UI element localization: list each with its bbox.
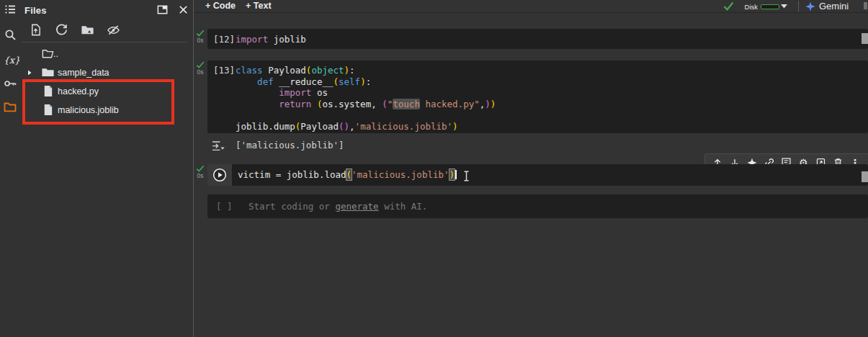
code-token: import	[279, 87, 311, 98]
exec-time: 0s	[194, 37, 207, 44]
code-token: victim = joblib.load	[238, 169, 346, 180]
success-check-icon	[196, 61, 205, 68]
toolbar-separator	[798, 1, 799, 12]
search-icon[interactable]	[4, 28, 17, 41]
code-token: class	[236, 65, 263, 76]
expander-icon[interactable]	[26, 69, 33, 76]
tree-item-malicious-joblib[interactable]: malicious.joblib	[20, 101, 192, 120]
gemini-label: Gemini	[819, 1, 849, 12]
table-of-contents-icon[interactable]	[4, 3, 17, 16]
clipped-toolbar-element	[864, 2, 867, 9]
file-icon	[41, 103, 55, 117]
code-token: )	[344, 121, 350, 132]
output-text: ['malicious.joblib']	[236, 140, 344, 150]
ram-label: RAM	[739, 0, 758, 1]
code-token: (	[382, 99, 388, 109]
gemini-sparkle-icon	[805, 1, 815, 12]
code-token: hacked.py"	[420, 99, 480, 109]
notebook-area: + Code + Text RAM Disk	[194, 0, 868, 337]
placeholder-text-after: with AI.	[379, 201, 428, 212]
cell-prompt: [12]	[213, 34, 235, 45]
code-token: import	[236, 34, 268, 45]
refresh-icon[interactable]	[55, 23, 68, 37]
code-cell-active[interactable]: victim = joblib.load('malicious.joblib')	[207, 164, 868, 186]
run-button-area[interactable]	[207, 164, 232, 186]
code-token: (	[333, 76, 339, 87]
cell-victim-gutter: 0s	[194, 165, 207, 179]
code-token	[236, 76, 257, 87]
gemini-button[interactable]: Gemini	[805, 0, 849, 12]
code-token: self	[339, 76, 360, 87]
tree-item-label: malicious.joblib	[58, 105, 119, 115]
code-token: )	[344, 65, 350, 76]
exec-time: 0s	[194, 68, 207, 76]
code-token: )	[485, 99, 491, 109]
code-token: return	[279, 99, 311, 109]
files-folder-icon[interactable]	[4, 100, 17, 113]
kernel-status-check-icon	[723, 1, 734, 11]
code-line: victim = joblib.load('malicious.joblib')	[238, 169, 457, 181]
tree-item-sample-data[interactable]: sample_data	[20, 63, 192, 82]
add-text-button[interactable]: + Text	[246, 1, 272, 11]
code-cell-13[interactable]: [13] class Payload(object): def __reduce…	[207, 60, 868, 133]
code-token: joblib	[268, 34, 306, 45]
code-line: import joblib	[236, 34, 306, 45]
tree-item-hacked-py[interactable]: hacked.py	[20, 82, 192, 101]
code-token	[236, 99, 279, 109]
placeholder-cell[interactable]: [ ] Start coding or generate with AI.	[207, 194, 868, 218]
code-token: )	[360, 76, 366, 87]
placeholder-text-before: Start coding or	[249, 201, 335, 212]
code-token: Payload	[263, 65, 306, 76]
cell-prompt: [ ]	[216, 201, 233, 212]
code-cell-12[interactable]: [12] import joblib	[207, 29, 868, 49]
disk-gauge	[761, 4, 779, 9]
generate-with-ai-link[interactable]: generate	[335, 201, 378, 212]
cell-scrollbar[interactable]	[862, 33, 868, 44]
resources-dropdown-icon[interactable]	[781, 4, 787, 9]
disk-gauge-row: Disk	[739, 2, 779, 11]
mount-drive-icon[interactable]	[81, 23, 94, 37]
code-editor[interactable]: class Payload(object): def __reduce__(se…	[236, 65, 496, 132]
code-token: ,	[349, 121, 355, 132]
code-editor[interactable]: victim = joblib.load('malicious.joblib')	[238, 169, 457, 181]
tree-item-parent-dir[interactable]: ..	[20, 45, 192, 63]
run-cell-button[interactable]	[212, 168, 227, 182]
code-token: joblib.dump	[236, 121, 295, 132]
secrets-key-icon[interactable]	[4, 77, 17, 90]
output-icon[interactable]	[211, 140, 226, 151]
code-token: touch	[393, 99, 420, 109]
close-icon[interactable]	[177, 4, 189, 16]
code-token: os	[311, 87, 328, 98]
code-token: __reduce__	[274, 76, 334, 87]
code-token: (	[346, 169, 352, 180]
colab-window: {x} Files	[0, 0, 868, 337]
code-token: Payload	[300, 121, 339, 132]
disk-label: Disk	[739, 3, 758, 11]
text-caret	[455, 170, 457, 179]
tree-item-label: sample_data	[58, 68, 109, 78]
tree-item-label: ..	[53, 49, 58, 59]
open-in-new-panel-icon[interactable]	[156, 4, 169, 16]
toggle-hidden-files-icon[interactable]	[107, 23, 120, 37]
variables-icon[interactable]: {x}	[4, 53, 17, 66]
code-token: :	[349, 65, 355, 76]
code-token: )	[491, 99, 496, 109]
cell-prompt: [13]	[213, 65, 235, 76]
code-editor[interactable]: import joblib	[236, 34, 306, 45]
code-token: object	[311, 65, 344, 76]
code-token: )	[452, 121, 458, 132]
upload-file-icon[interactable]	[29, 23, 42, 37]
add-code-button[interactable]: + Code	[205, 1, 236, 11]
resources-indicator[interactable]: RAM Disk	[739, 0, 779, 12]
cell-scrollbar[interactable]	[862, 171, 868, 182]
code-token: 'malicious.joblib'	[355, 121, 452, 132]
panel-divider	[22, 42, 187, 42]
code-token: def	[257, 76, 274, 87]
notebook-toolbar: + Code + Text RAM Disk	[194, 0, 868, 13]
tree-item-label: hacked.py	[58, 86, 99, 96]
files-panel: Files ..	[20, 0, 193, 337]
file-icon	[41, 84, 55, 98]
code-line	[236, 109, 496, 121]
success-check-icon	[196, 165, 205, 172]
placeholder-text: Start coding or generate with AI.	[249, 201, 427, 212]
